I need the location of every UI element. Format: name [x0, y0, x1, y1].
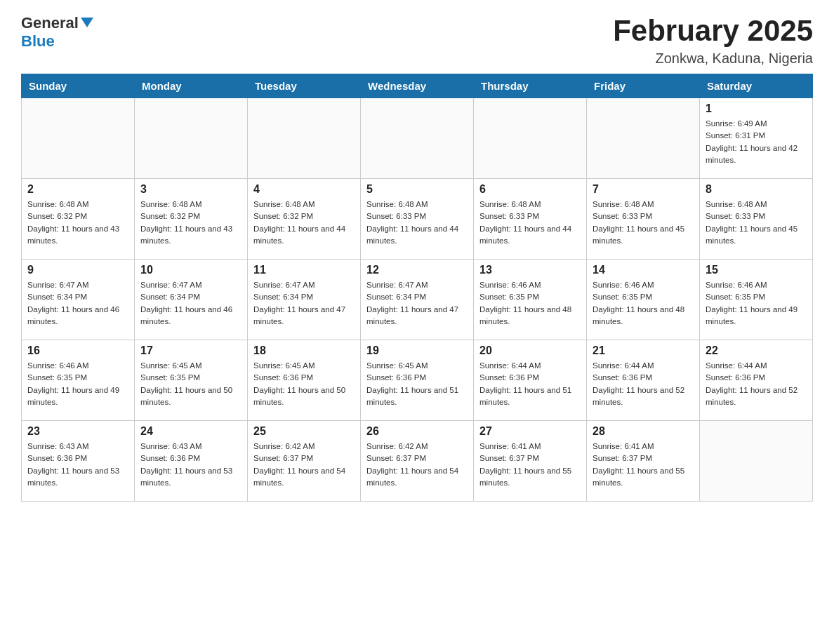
table-row: 28Sunrise: 6:41 AMSunset: 6:37 PMDayligh…: [587, 421, 700, 502]
table-row: 19Sunrise: 6:45 AMSunset: 6:36 PMDayligh…: [361, 340, 474, 421]
day-info: Sunrise: 6:48 AMSunset: 6:32 PMDaylight:…: [140, 199, 241, 247]
calendar-header-row: Sunday Monday Tuesday Wednesday Thursday…: [22, 74, 813, 98]
col-saturday: Saturday: [700, 74, 813, 98]
table-row: 7Sunrise: 6:48 AMSunset: 6:33 PMDaylight…: [587, 179, 700, 260]
day-number: 13: [479, 264, 581, 276]
day-number: 21: [593, 344, 694, 357]
table-row: 10Sunrise: 6:47 AMSunset: 6:34 PMDayligh…: [135, 260, 248, 340]
day-number: 24: [140, 425, 241, 438]
title-block: February 2025 Zonkwa, Kaduna, Nigeria: [613, 14, 813, 67]
day-info: Sunrise: 6:41 AMSunset: 6:37 PMDaylight:…: [479, 441, 581, 489]
table-row: 27Sunrise: 6:41 AMSunset: 6:37 PMDayligh…: [474, 421, 587, 502]
table-row: [22, 98, 135, 179]
day-info: Sunrise: 6:45 AMSunset: 6:36 PMDaylight:…: [253, 360, 355, 408]
day-number: 6: [479, 183, 581, 196]
day-number: 20: [479, 344, 581, 357]
day-info: Sunrise: 6:44 AMSunset: 6:36 PMDaylight:…: [593, 360, 694, 408]
table-row: 15Sunrise: 6:46 AMSunset: 6:35 PMDayligh…: [700, 260, 813, 340]
calendar-week-row: 1Sunrise: 6:49 AMSunset: 6:31 PMDaylight…: [22, 98, 813, 179]
table-row: [587, 98, 700, 179]
svg-marker-0: [81, 18, 93, 27]
day-number: 15: [706, 264, 807, 276]
day-info: Sunrise: 6:48 AMSunset: 6:33 PMDaylight:…: [366, 199, 468, 247]
table-row: 9Sunrise: 6:47 AMSunset: 6:34 PMDaylight…: [22, 260, 135, 340]
day-info: Sunrise: 6:48 AMSunset: 6:32 PMDaylight:…: [27, 199, 128, 247]
day-number: 22: [706, 344, 807, 357]
day-number: 1: [706, 102, 807, 115]
day-number: 16: [27, 344, 128, 357]
day-number: 26: [366, 425, 468, 438]
day-info: Sunrise: 6:45 AMSunset: 6:35 PMDaylight:…: [140, 360, 241, 408]
table-row: 20Sunrise: 6:44 AMSunset: 6:36 PMDayligh…: [474, 340, 587, 421]
day-number: 18: [253, 344, 355, 357]
day-number: 7: [593, 183, 694, 196]
table-row: 21Sunrise: 6:44 AMSunset: 6:36 PMDayligh…: [587, 340, 700, 421]
table-row: [700, 421, 813, 502]
day-number: 19: [366, 344, 468, 357]
table-row: 13Sunrise: 6:46 AMSunset: 6:35 PMDayligh…: [474, 260, 587, 340]
calendar-week-row: 2Sunrise: 6:48 AMSunset: 6:32 PMDaylight…: [22, 179, 813, 260]
logo-text-blue: Blue: [21, 32, 55, 51]
day-info: Sunrise: 6:44 AMSunset: 6:36 PMDaylight:…: [706, 360, 807, 408]
day-info: Sunrise: 6:48 AMSunset: 6:33 PMDaylight:…: [593, 199, 694, 247]
table-row: 23Sunrise: 6:43 AMSunset: 6:36 PMDayligh…: [22, 421, 135, 502]
table-row: 4Sunrise: 6:48 AMSunset: 6:32 PMDaylight…: [248, 179, 361, 260]
day-number: 5: [366, 183, 468, 196]
table-row: [361, 98, 474, 179]
day-info: Sunrise: 6:48 AMSunset: 6:32 PMDaylight:…: [253, 199, 355, 247]
col-thursday: Thursday: [474, 74, 587, 98]
calendar-week-row: 9Sunrise: 6:47 AMSunset: 6:34 PMDaylight…: [22, 260, 813, 340]
table-row: 11Sunrise: 6:47 AMSunset: 6:34 PMDayligh…: [248, 260, 361, 340]
day-info: Sunrise: 6:46 AMSunset: 6:35 PMDaylight:…: [706, 279, 807, 328]
day-number: 11: [253, 264, 355, 276]
day-number: 14: [593, 264, 694, 276]
table-row: 12Sunrise: 6:47 AMSunset: 6:34 PMDayligh…: [361, 260, 474, 340]
table-row: 5Sunrise: 6:48 AMSunset: 6:33 PMDaylight…: [361, 179, 474, 260]
day-info: Sunrise: 6:41 AMSunset: 6:37 PMDaylight:…: [593, 441, 694, 489]
col-monday: Monday: [135, 74, 248, 98]
col-friday: Friday: [587, 74, 700, 98]
logo-text-general: General: [21, 14, 79, 32]
day-number: 4: [253, 183, 355, 196]
table-row: [135, 98, 248, 179]
table-row: [248, 98, 361, 179]
day-info: Sunrise: 6:42 AMSunset: 6:37 PMDaylight:…: [366, 441, 468, 489]
page-header: General Blue February 2025 Zonkwa, Kadun…: [21, 14, 813, 67]
table-row: 18Sunrise: 6:45 AMSunset: 6:36 PMDayligh…: [248, 340, 361, 421]
day-info: Sunrise: 6:47 AMSunset: 6:34 PMDaylight:…: [253, 279, 355, 328]
table-row: 8Sunrise: 6:48 AMSunset: 6:33 PMDaylight…: [700, 179, 813, 260]
calendar-week-row: 23Sunrise: 6:43 AMSunset: 6:36 PMDayligh…: [22, 421, 813, 502]
table-row: 24Sunrise: 6:43 AMSunset: 6:36 PMDayligh…: [135, 421, 248, 502]
logo: General Blue: [21, 14, 93, 51]
table-row: 2Sunrise: 6:48 AMSunset: 6:32 PMDaylight…: [22, 179, 135, 260]
day-info: Sunrise: 6:46 AMSunset: 6:35 PMDaylight:…: [27, 360, 128, 408]
day-number: 10: [140, 264, 241, 276]
table-row: 26Sunrise: 6:42 AMSunset: 6:37 PMDayligh…: [361, 421, 474, 502]
day-number: 28: [593, 425, 694, 438]
day-info: Sunrise: 6:45 AMSunset: 6:36 PMDaylight:…: [366, 360, 468, 408]
day-info: Sunrise: 6:47 AMSunset: 6:34 PMDaylight:…: [27, 279, 128, 328]
table-row: 3Sunrise: 6:48 AMSunset: 6:32 PMDaylight…: [135, 179, 248, 260]
col-wednesday: Wednesday: [361, 74, 474, 98]
day-info: Sunrise: 6:43 AMSunset: 6:36 PMDaylight:…: [140, 441, 241, 489]
table-row: 6Sunrise: 6:48 AMSunset: 6:33 PMDaylight…: [474, 179, 587, 260]
day-number: 12: [366, 264, 468, 276]
day-info: Sunrise: 6:46 AMSunset: 6:35 PMDaylight:…: [593, 279, 694, 328]
table-row: [474, 98, 587, 179]
day-info: Sunrise: 6:49 AMSunset: 6:31 PMDaylight:…: [706, 118, 807, 166]
day-number: 27: [479, 425, 581, 438]
day-number: 23: [27, 425, 128, 438]
day-info: Sunrise: 6:47 AMSunset: 6:34 PMDaylight:…: [140, 279, 241, 328]
day-number: 25: [253, 425, 355, 438]
day-info: Sunrise: 6:47 AMSunset: 6:34 PMDaylight:…: [366, 279, 468, 328]
day-info: Sunrise: 6:42 AMSunset: 6:37 PMDaylight:…: [253, 441, 355, 489]
day-number: 17: [140, 344, 241, 357]
day-info: Sunrise: 6:46 AMSunset: 6:35 PMDaylight:…: [479, 279, 581, 328]
col-sunday: Sunday: [22, 74, 135, 98]
table-row: 14Sunrise: 6:46 AMSunset: 6:35 PMDayligh…: [587, 260, 700, 340]
day-info: Sunrise: 6:44 AMSunset: 6:36 PMDaylight:…: [479, 360, 581, 408]
day-info: Sunrise: 6:43 AMSunset: 6:36 PMDaylight:…: [27, 441, 128, 489]
day-number: 2: [27, 183, 128, 196]
day-number: 9: [27, 264, 128, 276]
day-number: 8: [706, 183, 807, 196]
